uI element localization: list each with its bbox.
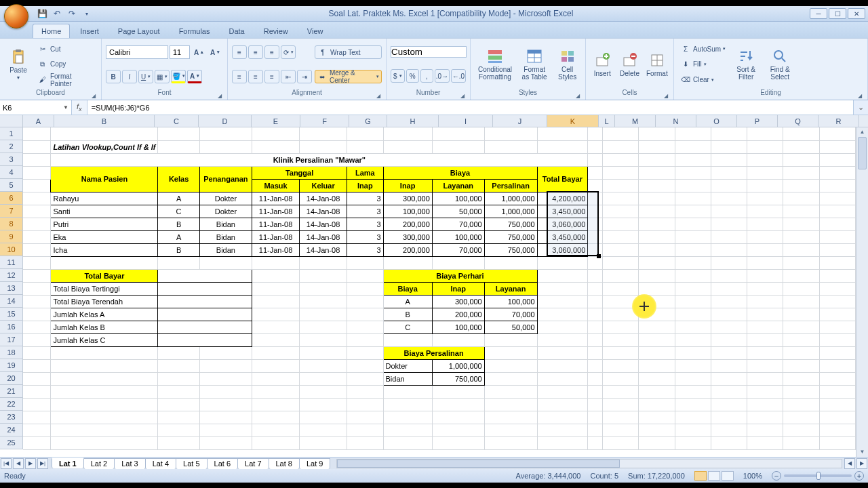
row-header-14[interactable]: 14 — [0, 295, 23, 308]
name-box-input[interactable] — [3, 104, 50, 112]
tab-insert[interactable]: Insert — [71, 24, 108, 38]
zoom-percent[interactable]: 100% — [743, 472, 762, 480]
column-header-H[interactable]: H — [387, 115, 439, 127]
find-select-button[interactable]: Find & Select — [764, 41, 795, 87]
insert-cells-button[interactable]: Insert — [590, 41, 614, 87]
format-as-table-button[interactable]: Format as Table — [518, 41, 551, 87]
row-header-19[interactable]: 19 — [0, 359, 23, 372]
align-top-icon[interactable]: ≡ — [232, 45, 247, 59]
sheet-tab-lat-5[interactable]: Lat 5 — [176, 458, 207, 469]
row-header-5[interactable]: 5 — [0, 179, 23, 192]
column-header-G[interactable]: G — [349, 115, 387, 127]
column-header-I[interactable]: I — [439, 115, 493, 127]
row-header-22[interactable]: 22 — [0, 398, 23, 411]
column-header-M[interactable]: M — [615, 115, 656, 127]
decrease-decimal-icon[interactable]: ←.0 — [451, 69, 466, 83]
sheet-tab-lat-4[interactable]: Lat 4 — [145, 458, 176, 469]
sheet-nav-last[interactable]: ▶| — [37, 458, 48, 469]
row-header-16[interactable]: 16 — [0, 321, 23, 333]
font-name-input[interactable] — [106, 45, 168, 59]
delete-cells-button[interactable]: Delete — [617, 41, 642, 87]
horizontal-scrollbar[interactable] — [336, 459, 842, 468]
tab-formulas[interactable]: Formulas — [170, 24, 219, 38]
formula-input[interactable]: =SUM(H6:J6)*G6 — [87, 100, 853, 115]
sheet-nav-next[interactable]: ▶ — [25, 458, 36, 469]
decrease-indent-icon[interactable]: ⇤ — [281, 70, 296, 83]
scroll-right-icon[interactable]: ▶ — [856, 458, 867, 469]
fx-icon[interactable]: fx — [75, 102, 84, 113]
normal-view-button[interactable] — [694, 471, 707, 481]
qat-more-icon[interactable]: ▾ — [81, 8, 92, 19]
fill-button[interactable]: ⬇Fill▾ — [678, 58, 728, 71]
office-button[interactable] — [4, 4, 28, 28]
paste-button[interactable]: Paste ▼ — [4, 41, 33, 87]
column-header-O[interactable]: O — [696, 115, 737, 127]
shrink-font-icon[interactable]: A▾ — [208, 45, 222, 59]
column-header-N[interactable]: N — [656, 115, 696, 127]
tab-view[interactable]: View — [298, 24, 332, 38]
row-header-10[interactable]: 10 — [0, 243, 23, 256]
row-header-1[interactable]: 1 — [0, 127, 23, 140]
orientation-icon[interactable]: ⟳▾ — [281, 45, 296, 59]
border-button[interactable]: ▦▾ — [155, 70, 170, 83]
conditional-formatting-button[interactable]: Conditional Formatting — [475, 41, 515, 87]
comma-icon[interactable]: , — [420, 69, 433, 83]
cut-button[interactable]: ✂Cut — [35, 42, 97, 56]
row-header-20[interactable]: 20 — [0, 372, 23, 385]
tab-page-layout[interactable]: Page Layout — [109, 24, 169, 38]
column-header-J[interactable]: J — [493, 115, 547, 127]
column-header-C[interactable]: C — [155, 115, 199, 127]
row-headers[interactable]: 1234567891011121314151617181920212223242… — [0, 127, 23, 449]
wrap-text-button[interactable]: ¶Wrap Text — [315, 45, 382, 59]
sheet-tab-lat-9[interactable]: Lat 9 — [299, 458, 330, 469]
row-header-4[interactable]: 4 — [0, 166, 23, 179]
redo-icon[interactable]: ↷ — [66, 8, 77, 19]
minimize-button[interactable]: ─ — [810, 8, 827, 19]
align-right-icon[interactable]: ≡ — [264, 70, 279, 83]
vertical-scrollbar[interactable]: ▲ ▼ — [856, 127, 868, 457]
row-header-18[interactable]: 18 — [0, 346, 23, 359]
number-format-select[interactable] — [391, 46, 467, 58]
font-size-input[interactable] — [170, 45, 190, 59]
row-header-25[interactable]: 25 — [0, 436, 23, 449]
sheet-tab-lat-2[interactable]: Lat 2 — [83, 458, 115, 469]
row-header-8[interactable]: 8 — [0, 218, 23, 230]
scroll-down-icon[interactable]: ▼ — [856, 447, 868, 457]
autosum-button[interactable]: ΣAutoSum▾ — [678, 42, 728, 56]
cell-styles-button[interactable]: Cell Styles — [553, 41, 581, 87]
align-left-icon[interactable]: ≡ — [232, 70, 247, 83]
vertical-scroll-thumb[interactable] — [858, 137, 867, 169]
page-break-view-button[interactable] — [722, 471, 734, 481]
row-header-17[interactable]: 17 — [0, 333, 23, 346]
row-header-12[interactable]: 12 — [0, 269, 23, 282]
sheet-tab-lat-1[interactable]: Lat 1 — [52, 458, 84, 468]
column-headers[interactable]: ABCDEFGHIJKLMNOPQRS — [23, 115, 868, 127]
save-icon[interactable]: 💾 — [37, 8, 47, 19]
grow-font-icon[interactable]: A▴ — [191, 45, 206, 59]
column-header-F[interactable]: F — [300, 115, 349, 127]
column-header-A[interactable]: A — [23, 115, 54, 127]
maximize-button[interactable]: ☐ — [829, 8, 846, 19]
column-header-Q[interactable]: Q — [778, 115, 818, 127]
sheet-nav-prev[interactable]: ◀ — [13, 458, 24, 469]
tab-data[interactable]: Data — [220, 24, 253, 38]
chevron-down-icon[interactable]: ▼ — [63, 104, 68, 110]
column-header-L[interactable]: L — [599, 115, 615, 127]
align-center-icon[interactable]: ≡ — [248, 70, 263, 83]
column-header-K[interactable]: K — [547, 115, 599, 127]
zoom-in-button[interactable]: + — [854, 471, 864, 481]
bold-button[interactable]: B — [106, 70, 121, 83]
row-header-21[interactable]: 21 — [0, 385, 23, 398]
row-header-3[interactable]: 3 — [0, 153, 23, 166]
row-header-13[interactable]: 13 — [0, 282, 23, 295]
increase-indent-icon[interactable]: ⇥ — [297, 70, 312, 83]
expand-formula-bar-icon[interactable]: ⌄ — [853, 100, 868, 115]
horizontal-scroll-thumb[interactable] — [337, 460, 619, 468]
currency-icon[interactable]: $▾ — [391, 69, 405, 83]
merge-center-button[interactable]: ⬌Merge & Center▾ — [315, 70, 382, 83]
row-header-24[interactable]: 24 — [0, 424, 23, 436]
row-header-6[interactable]: 6 — [0, 192, 23, 205]
scroll-up-icon[interactable]: ▲ — [856, 127, 868, 137]
row-header-15[interactable]: 15 — [0, 308, 23, 321]
fill-color-button[interactable]: 🪣▾ — [171, 70, 186, 83]
